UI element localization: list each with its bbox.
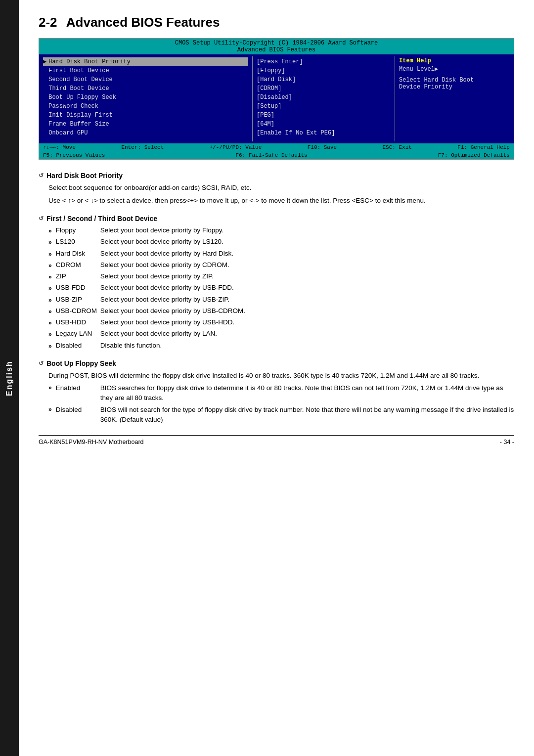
list-item-usbfdd: USB-FDD Select your boot device priority… <box>48 283 514 293</box>
list-term-disabled-boot: Disabled <box>56 341 100 351</box>
list-term-harddisk: Hard Disk <box>56 249 100 259</box>
section-icon-hd-boot: ↺ <box>39 172 44 179</box>
list-desc-legacylan: Select your boot device priority by LAN. <box>100 329 514 339</box>
bios-nav-f5: F5: Previous Values <box>43 152 105 158</box>
list-arrow-usbcdrom <box>48 307 53 316</box>
list-desc-ls120: Select your boot device priority by LS12… <box>100 237 514 247</box>
list-item-legacylan: Legacy LAN Select your boot device prior… <box>48 329 514 339</box>
list-term-legacylan: Legacy LAN <box>56 329 100 339</box>
list-item-usbhdd: USB-HDD Select your boot device priority… <box>48 317 514 327</box>
list-term-usbcdrom: USB-CDROM <box>56 306 100 316</box>
bios-selected-arrow: ▶ <box>43 57 46 66</box>
list-item-usbcdrom: USB-CDROM Select your boot device priori… <box>48 306 514 316</box>
bios-footer-row2: F5: Previous Values F6: Fail-Safe Defaul… <box>43 152 510 158</box>
bios-val-frame-buffer: [64M] <box>257 120 391 129</box>
doc-heading-hard-disk-boot: ↺ Hard Disk Boot Priority <box>39 172 514 179</box>
bios-footer-row1: ↑↓→←: Move Enter: Select +/-/PU/PD: Valu… <box>43 144 510 150</box>
doc-heading-boot-device: ↺ First / Second / Third Boot Device <box>39 215 514 222</box>
list-term-usbzip: USB-ZIP <box>56 295 100 305</box>
bios-header-line1: CMOS Setup Utility-Copyright (C) 1984-20… <box>41 40 512 46</box>
bios-nav-esc: ESC: Exit <box>383 144 412 150</box>
bios-nav-f6: F6: Fail-Safe Defaults <box>235 152 307 158</box>
page-footer: GA-K8N51PVM9-RH-NV Motherboard - 34 - <box>39 435 514 445</box>
list-item-disabled-boot: Disabled Disable this function. <box>48 341 514 351</box>
bios-header: CMOS Setup Utility-Copyright (C) 1984-20… <box>39 39 514 54</box>
section-title: 2-2 Advanced BIOS Features <box>39 15 514 30</box>
doc-para-hd-boot-1: Select boot sequence for onboard(or add-… <box>48 182 514 193</box>
section-icon-floppy-seek: ↺ <box>39 360 44 367</box>
bios-item-floppy-seek: Boot Up Floppy Seek <box>48 93 248 102</box>
bios-item-password: Password Check <box>48 102 248 111</box>
list-arrow-ls120 <box>48 238 53 247</box>
bios-row-hd-boot: ▶ Hard Disk Boot Priority <box>43 57 248 66</box>
list-item-floppy: Floppy Select your boot device priority … <box>48 225 514 235</box>
list-desc-usbcdrom: Select your boot device priority by USB-… <box>100 306 514 316</box>
doc-section-hard-disk-boot: ↺ Hard Disk Boot Priority Select boot se… <box>39 172 514 206</box>
list-arrow-zip <box>48 272 53 281</box>
bios-row-first-boot: First Boot Device <box>43 66 248 75</box>
bios-help-menu: Menu Level▶ <box>399 65 510 73</box>
list-desc-zip: Select your boot device priority by ZIP. <box>100 271 514 281</box>
bios-center-column: [Press Enter] [Floppy] [Hard Disk] [CDRO… <box>253 56 395 141</box>
doc-heading-text-boot-device: First / Second / Third Boot Device <box>46 215 157 222</box>
list-term-floppy: Floppy <box>56 225 100 235</box>
footer-right: - 34 - <box>500 439 514 445</box>
bios-row-frame-buffer: Frame Buffer Size <box>43 120 248 129</box>
bios-item-onboard-gpu: Onboard GPU <box>48 129 248 137</box>
bios-nav-enter: Enter: Select <box>121 144 164 150</box>
sidebar: English <box>0 0 19 756</box>
section-number: 2-2 <box>39 15 57 30</box>
list-arrow-enabled-floppy <box>48 383 53 392</box>
list-desc-disabled-floppy: BIOS will not search for the type of flo… <box>100 405 514 425</box>
bios-body: ▶ Hard Disk Boot Priority First Boot Dev… <box>39 54 514 143</box>
list-desc-harddisk: Select your boot device priority by Hard… <box>100 249 514 259</box>
bios-val-third-boot: [CDROM] <box>257 84 391 93</box>
bios-footer: ↑↓→←: Move Enter: Select +/-/PU/PD: Valu… <box>39 143 514 159</box>
list-arrow-disabled-boot <box>48 342 53 351</box>
bios-nav-f1: F1: General Help <box>457 144 510 150</box>
main-content: 2-2 Advanced BIOS Features CMOS Setup Ut… <box>19 0 534 465</box>
list-term-usbhdd: USB-HDD <box>56 317 100 327</box>
bios-row-onboard-gpu: Onboard GPU <box>43 129 248 137</box>
bios-nav-f10: F10: Save <box>308 144 337 150</box>
list-term-zip: ZIP <box>56 271 100 281</box>
list-item-cdrom: CDROM Select your boot device priority b… <box>48 260 514 270</box>
list-arrow-floppy <box>48 226 53 235</box>
list-item-enabled-floppy: Enabled BIOS searches for floppy disk dr… <box>48 383 514 403</box>
bios-item-second-boot: Second Boot Device <box>48 75 248 84</box>
list-item-usbzip: USB-ZIP Select your boot device priority… <box>48 295 514 305</box>
doc-para-hd-boot-2: Use < ↑> or < ↓> to select a device, the… <box>48 195 514 206</box>
list-arrow-cdrom <box>48 261 53 270</box>
bios-item-hd-boot-priority: Hard Disk Boot Priority <box>48 57 248 66</box>
bios-help-column: Item Help Menu Level▶ Select Hard Disk B… <box>395 56 514 141</box>
bios-item-frame-buffer: Frame Buffer Size <box>48 120 248 129</box>
list-item-zip: ZIP Select your boot device priority by … <box>48 271 514 281</box>
bios-help-title: Item Help <box>399 57 510 64</box>
list-desc-usbfdd: Select your boot device priority by USB-… <box>100 283 514 293</box>
bios-screen: CMOS Setup Utility-Copyright (C) 1984-20… <box>39 38 514 160</box>
sidebar-label: English <box>5 360 14 396</box>
bios-row-password: Password Check <box>43 102 248 111</box>
doc-section-boot-device: ↺ First / Second / Third Boot Device Flo… <box>39 215 514 351</box>
list-term-enabled-floppy: Enabled <box>56 383 100 393</box>
footer-left: GA-K8N51PVM9-RH-NV Motherboard <box>39 439 144 445</box>
list-arrow-usbhdd <box>48 318 53 327</box>
floppy-seek-list: Enabled BIOS searches for floppy disk dr… <box>48 383 514 425</box>
doc-para-floppy-seek-1: During POST, BIOS will determine the flo… <box>48 370 514 381</box>
bios-nav-value: +/-/PU/PD: Value <box>210 144 262 150</box>
bios-val-second-boot: [Hard Disk] <box>257 75 391 84</box>
list-desc-enabled-floppy: BIOS searches for floppy disk drive to d… <box>100 383 514 403</box>
bios-help-desc2: Device Priority <box>399 84 510 90</box>
list-desc-floppy: Select your boot device priority by Flop… <box>100 225 514 235</box>
list-arrow-legacylan <box>48 330 53 339</box>
bios-row-second-boot: Second Boot Device <box>43 75 248 84</box>
bios-item-init-display: Init Display First <box>48 111 248 120</box>
bios-item-third-boot: Third Boot Device <box>48 84 248 93</box>
section-icon-boot-device: ↺ <box>39 215 44 222</box>
bios-val-password: [Setup] <box>257 102 391 111</box>
list-term-disabled-floppy: Disabled <box>56 405 100 415</box>
list-item-disabled-floppy: Disabled BIOS will not search for the ty… <box>48 405 514 425</box>
section-title-text: Advanced BIOS Features <box>66 15 220 30</box>
list-arrow-usbfdd <box>48 284 53 293</box>
list-desc-disabled-boot: Disable this function. <box>100 341 514 351</box>
